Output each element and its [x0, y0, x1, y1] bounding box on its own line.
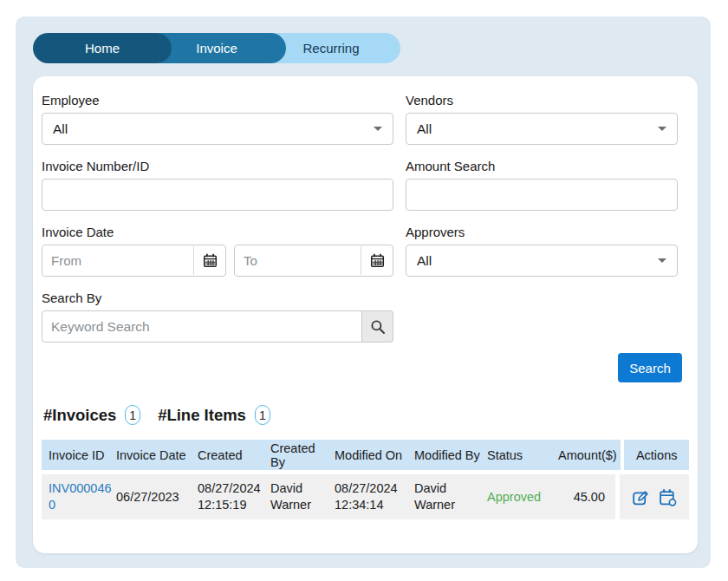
- search-button[interactable]: Search: [618, 353, 682, 382]
- col-created-by: Created By: [270, 441, 335, 469]
- invoice-date-to-input[interactable]: [235, 245, 361, 276]
- keyword-search-input[interactable]: [42, 310, 362, 343]
- approvers-label: Approvers: [406, 225, 678, 239]
- schedule-invoice-button[interactable]: [658, 487, 678, 507]
- tab-home[interactable]: Home: [33, 33, 172, 63]
- invoice-date-to-group: [234, 245, 393, 277]
- vendors-select-value: All: [417, 121, 432, 137]
- invoices-count-label: #Invoices: [43, 406, 116, 425]
- invoices-table: Invoice ID Invoice Date Created Created …: [42, 440, 689, 519]
- chevron-down-icon: [374, 127, 382, 131]
- line-items-count-label: #Line Items: [158, 406, 246, 425]
- tab-bar: Home Invoice Recurring: [33, 33, 414, 63]
- amount-search-input[interactable]: [406, 179, 678, 211]
- amount-search-label: Amount Search: [406, 159, 678, 173]
- col-amount: Amount($): [558, 448, 621, 462]
- invoice-number-field: Invoice Number/ID: [42, 156, 393, 211]
- invoice-number-label: Invoice Number/ID: [42, 159, 393, 173]
- search-by-label: Search By: [42, 290, 393, 305]
- invoice-number-input[interactable]: [42, 179, 393, 211]
- col-modified-on: Modified On: [335, 448, 414, 462]
- line-items-count-badge: 1: [255, 405, 270, 425]
- invoice-date-from-group: [42, 245, 226, 277]
- approvers-field: Approvers All: [406, 222, 678, 277]
- col-actions: Actions: [624, 440, 689, 470]
- table-row: INV0000460 06/27/2023 08/27/2024 12:15:1…: [42, 474, 689, 519]
- created-by-cell: David Warner: [270, 480, 335, 513]
- calendar-icon: [203, 253, 218, 268]
- employee-select-value: All: [53, 121, 68, 137]
- main-panel: Home Invoice Recurring Employee All Vend…: [16, 16, 711, 568]
- modified-on-cell: 08/27/2024 12:34:14: [335, 480, 414, 513]
- employee-field: Employee All: [42, 90, 393, 145]
- created-cell: 08/27/2024 12:15:19: [198, 480, 270, 513]
- col-created: Created: [198, 448, 270, 462]
- calendar-clock-icon: [658, 487, 678, 507]
- modified-by-cell: David Warner: [414, 480, 487, 513]
- invoice-date-cell: 06/27/2023: [116, 489, 198, 506]
- search-by-field: Search By: [42, 288, 393, 343]
- invoice-date-from-input[interactable]: [42, 245, 193, 276]
- invoice-date-label: Invoice Date: [42, 225, 393, 239]
- invoice-date-from-calendar-button[interactable]: [194, 245, 225, 276]
- invoices-count-badge: 1: [125, 405, 140, 425]
- edit-icon: [631, 487, 651, 507]
- invoice-id-link[interactable]: INV0000460: [42, 480, 116, 513]
- amount-cell: 45.00: [558, 489, 615, 506]
- results-summary: #Invoices 1 #Line Items 1: [43, 405, 689, 425]
- invoice-date-field: Invoice Date: [42, 222, 393, 277]
- approvers-select-value: All: [417, 253, 432, 269]
- col-status: Status: [487, 448, 558, 462]
- actions-cell: [620, 474, 689, 519]
- edit-invoice-button[interactable]: [631, 487, 651, 507]
- filter-form: Employee All Vendors All Invoice Number/…: [42, 90, 689, 343]
- chevron-down-icon: [658, 258, 666, 263]
- table-header-row: Invoice ID Invoice Date Created Created …: [42, 440, 689, 470]
- vendors-label: Vendors: [406, 93, 678, 108]
- col-invoice-id: Invoice ID: [42, 448, 116, 462]
- status-badge: Approved: [487, 489, 558, 506]
- content-card: Employee All Vendors All Invoice Number/…: [33, 76, 698, 553]
- search-icon: [370, 319, 386, 335]
- keyword-search-button[interactable]: [362, 310, 393, 343]
- chevron-down-icon: [658, 127, 666, 131]
- vendors-field: Vendors All: [406, 90, 678, 145]
- col-invoice-date: Invoice Date: [116, 448, 198, 462]
- vendors-select[interactable]: All: [406, 113, 678, 145]
- invoice-date-to-calendar-button[interactable]: [361, 245, 393, 276]
- calendar-icon: [370, 253, 385, 268]
- col-modified-by: Modified By: [414, 448, 487, 462]
- employee-select[interactable]: All: [42, 113, 393, 145]
- approvers-select[interactable]: All: [406, 245, 678, 277]
- employee-label: Employee: [42, 93, 393, 108]
- amount-search-field: Amount Search: [406, 156, 678, 211]
